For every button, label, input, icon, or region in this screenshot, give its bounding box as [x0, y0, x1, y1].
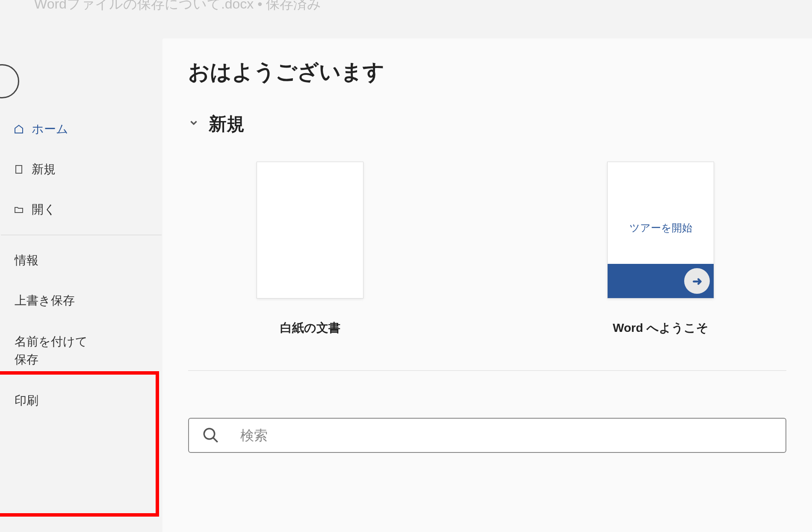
sidebar-item-save-as[interactable]: 名前を付けて保存	[0, 321, 103, 381]
template-welcome-thumb-footer: ➜	[608, 264, 714, 298]
sidebar-save-as-label: 名前を付けて保存	[15, 333, 89, 369]
template-welcome-thumb: ツアーを開始 ➜	[607, 162, 714, 299]
sidebar-new-label: 新規	[32, 161, 56, 177]
main-content: おはようございます 新規 白紙の文書 ツアーを開始 ➜	[162, 38, 812, 532]
sidebar-info-label: 情報	[15, 252, 38, 269]
template-welcome-thumb-text: ツアーを開始	[608, 162, 714, 264]
chevron-down-icon	[188, 117, 199, 131]
backstage-sidebar: ホーム 新規 開く 情報	[0, 21, 162, 532]
title-bar: Wordファイルの保存について.docx • 保存済み	[0, 0, 812, 21]
svg-point-1	[204, 429, 215, 439]
svg-line-2	[213, 437, 218, 442]
template-welcome-label: Word へようこそ	[613, 320, 709, 336]
greeting-heading: おはようございます	[188, 58, 786, 86]
sidebar-open-label: 開く	[32, 201, 56, 218]
sidebar-item-open[interactable]: 開く	[0, 189, 162, 230]
template-blank-thumb	[257, 162, 363, 299]
arrow-right-icon: ➜	[684, 268, 710, 294]
sidebar-item-info[interactable]: 情報	[0, 240, 162, 281]
home-icon	[14, 124, 24, 134]
search-input[interactable]	[240, 428, 773, 443]
svg-rect-0	[16, 166, 22, 173]
templates-row: 白紙の文書 ツアーを開始 ➜ Word へようこそ	[188, 162, 786, 336]
sidebar-divider	[1, 235, 162, 235]
section-divider	[188, 370, 786, 371]
new-section-header[interactable]: 新規	[188, 112, 786, 136]
sidebar-item-new[interactable]: 新規	[0, 149, 162, 189]
sidebar-item-print[interactable]: 印刷	[0, 381, 162, 421]
sidebar-item-home[interactable]: ホーム	[0, 109, 162, 149]
template-welcome[interactable]: ツアーを開始 ➜ Word へようこそ	[607, 162, 714, 336]
template-blank[interactable]: 白紙の文書	[257, 162, 363, 336]
new-icon	[14, 164, 24, 174]
back-button[interactable]	[0, 64, 19, 98]
sidebar-item-save[interactable]: 上書き保存	[0, 281, 162, 321]
sidebar-print-label: 印刷	[15, 393, 38, 409]
document-title: Wordファイルの保存について.docx • 保存済み	[34, 0, 321, 14]
search-icon	[202, 426, 220, 444]
template-blank-label: 白紙の文書	[280, 320, 340, 336]
open-icon	[14, 204, 24, 215]
search-box[interactable]	[188, 418, 786, 453]
sidebar-home-label: ホーム	[32, 121, 68, 137]
new-section-title: 新規	[209, 112, 245, 136]
sidebar-save-label: 上書き保存	[15, 293, 75, 309]
